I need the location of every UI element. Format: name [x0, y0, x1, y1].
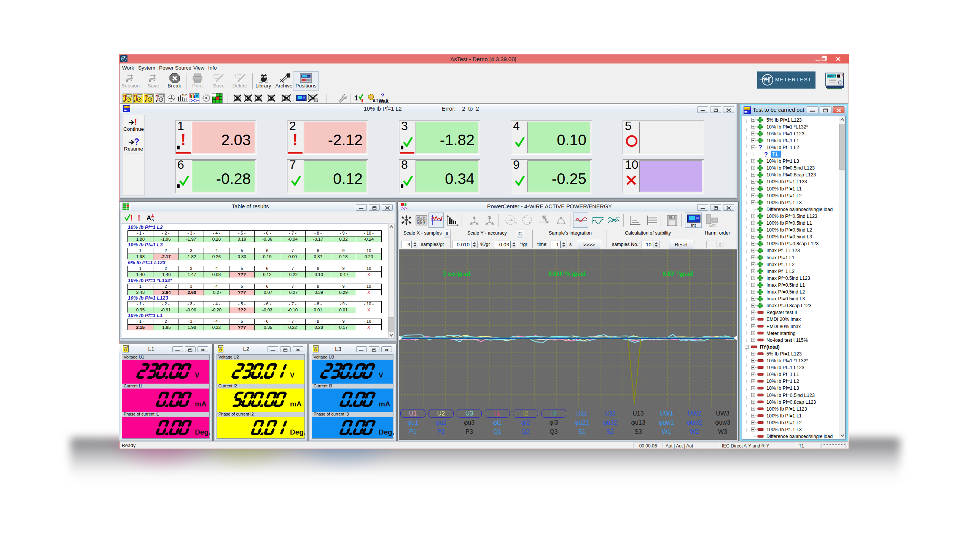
svg-text:U P I: U P I	[417, 222, 425, 225]
svg-text:THD: THD	[182, 94, 187, 97]
svg-text:A: A	[147, 214, 151, 222]
svg-text:5% Ib Pf=1 L123: 5% Ib Pf=1 L123	[766, 117, 802, 123]
svg-text:EMDI 80% Imax: EMDI 80% Imax	[766, 324, 801, 329]
svg-text:?: ?	[134, 137, 139, 147]
svg-text:Imax Pf=1 L2: Imax Pf=1 L2	[766, 262, 794, 267]
svg-text:5% Ib Pf=1 L123: 5% Ib Pf=1 L123	[766, 351, 802, 357]
svg-text:!: !	[130, 214, 133, 222]
svg-text:3 sec/grad: 3 sec/grad	[443, 270, 471, 277]
svg-text:Imax Pf=1 L3: Imax Pf=1 L3	[766, 269, 794, 274]
svg-text:100% Ib Pf=0.5ind L1: 100% Ib Pf=0.5ind L1	[766, 220, 812, 226]
svg-text:10% Ib Pf=1 *L132*: 10% Ib Pf=1 *L132*	[766, 124, 808, 130]
svg-text:?: ?	[758, 144, 762, 150]
svg-text:100% Ib Pf=0.5ind L3: 100% Ib Pf=0.5ind L3	[766, 234, 812, 240]
svg-text:10% Ib Pf=1 L123: 10% Ib Pf=1 L123	[766, 131, 804, 137]
svg-text:A: A	[151, 218, 154, 222]
svg-text:100% Ib Pf=0.5ind L123: 100% Ib Pf=0.5ind L123	[766, 214, 818, 219]
svg-text:No-load test I 115%: No-load test I 115%	[766, 338, 808, 343]
svg-text:0.010 %/grad: 0.010 %/grad	[549, 270, 586, 277]
svg-text:10% Ib Pf=1 L1: 10% Ib Pf=1 L1	[766, 372, 799, 377]
svg-text:1: 1	[354, 94, 358, 102]
svg-text:Imax Pf=0.5ind L2: Imax Pf=0.5ind L2	[766, 289, 805, 295]
svg-text:10% Ib Pf=1 L3: 10% Ib Pf=1 L3	[766, 158, 799, 164]
svg-text:!: !	[134, 117, 137, 127]
svg-text:Imax Pf=0.5ind L1: Imax Pf=0.5ind L1	[766, 282, 805, 288]
svg-text:?: ?	[764, 151, 768, 158]
svg-text:Imax Pf=1 L1: Imax Pf=1 L1	[766, 255, 794, 260]
svg-text:100% Ib Pf=1 L3: 100% Ib Pf=1 L3	[766, 427, 802, 432]
svg-text:100% Ib Pf=0.5ind L2: 100% Ib Pf=0.5ind L2	[766, 227, 812, 233]
svg-text:Difference balanced/single loa: Difference balanced/single load	[766, 434, 833, 439]
svg-text:U I P: U I P	[417, 216, 425, 219]
svg-text:RY(total): RY(total)	[760, 345, 780, 350]
svg-text:?: ?	[381, 92, 385, 98]
svg-text:10% Ib Pf=1 L1: 10% Ib Pf=1 L1	[766, 138, 799, 143]
svg-text:10% Ib Pf=1 L3: 10% Ib Pf=1 L3	[766, 385, 799, 391]
svg-text:100% Ib Pf=1 L3: 100% Ib Pf=1 L3	[766, 200, 802, 205]
svg-text:100% Ib Pf=1 L1: 100% Ib Pf=1 L1	[766, 186, 802, 192]
svg-text:01: 01	[307, 75, 310, 78]
svg-text:Wait: Wait	[379, 98, 389, 104]
svg-text:100% Ib Pf=1 L123: 100% Ib Pf=1 L123	[766, 407, 807, 412]
svg-text:10% Ib Pf=0.5ind L123: 10% Ib Pf=0.5ind L123	[766, 393, 815, 398]
svg-text:Imax Pf=0.5ind L3: Imax Pf=0.5ind L3	[766, 296, 805, 302]
svg-text:EMDI 20% Imax: EMDI 20% Imax	[766, 317, 801, 322]
svg-text:100% Ib Pf=1 L2: 100% Ib Pf=1 L2	[766, 193, 802, 198]
svg-text:Meter starting: Meter starting	[766, 331, 795, 336]
svg-text:Imax Pf=0.8cap L123: Imax Pf=0.8cap L123	[766, 303, 812, 308]
svg-text:0: 0	[515, 221, 517, 224]
svg-text:0.03 °/grad: 0.03 °/grad	[662, 270, 693, 277]
svg-text:10% Ib Pf=0.8cap L123: 10% Ib Pf=0.8cap L123	[766, 172, 816, 178]
svg-text:10% Ib Pf=1 L2: 10% Ib Pf=1 L2	[766, 379, 799, 384]
svg-text:10% Ib Pf=1 L123: 10% Ib Pf=1 L123	[766, 365, 804, 370]
svg-text:100% Ib Pf=1 L123: 100% Ib Pf=1 L123	[766, 179, 807, 184]
svg-text:10% Ib Pf=0.8cap L123: 10% Ib Pf=0.8cap L123	[766, 400, 816, 405]
svg-text:10% Ib Pf=1 *L132*: 10% Ib Pf=1 *L132*	[766, 358, 808, 363]
svg-text:Imax Pf=1 L123: Imax Pf=1 L123	[766, 248, 800, 253]
svg-text:10% Ib Pf=0.5ind L123: 10% Ib Pf=0.5ind L123	[766, 165, 815, 171]
svg-text:100% Ib Pf=1 L1: 100% Ib Pf=1 L1	[766, 413, 802, 418]
svg-text:0.1: 0.1	[373, 99, 378, 103]
svg-text:3: 3	[405, 203, 406, 207]
svg-text:100% Ib Pf=0.8cap L123: 100% Ib Pf=0.8cap L123	[766, 241, 819, 247]
svg-text:T1: T1	[772, 152, 778, 157]
svg-text:100% Ib Pf=1 L2: 100% Ib Pf=1 L2	[766, 420, 802, 425]
svg-text:METERTEST: METERTEST	[775, 77, 812, 82]
svg-text:Imax Pf=0.5ind L123: Imax Pf=0.5ind L123	[766, 276, 810, 281]
svg-text:1002: 1002	[124, 106, 129, 109]
svg-text:!: !	[138, 214, 140, 222]
svg-text:1002: 1002	[744, 108, 750, 110]
svg-text:000112: 000112	[827, 75, 838, 78]
svg-text:10% Ib Pf=1 L2: 10% Ib Pf=1 L2	[766, 145, 799, 150]
svg-text:Register test II: Register test II	[766, 310, 797, 315]
svg-text:Difference balanced/single loa: Difference balanced/single load	[766, 207, 833, 212]
